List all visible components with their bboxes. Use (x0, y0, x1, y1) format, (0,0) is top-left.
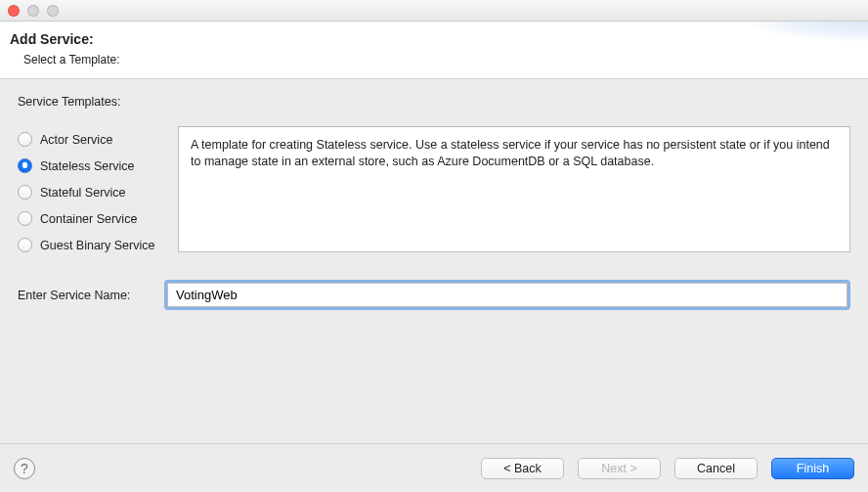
radio-icon (18, 132, 32, 147)
window-close-button[interactable] (8, 5, 20, 17)
template-option-actor-service[interactable]: Actor Service (18, 132, 164, 147)
radio-icon (18, 211, 32, 226)
help-icon[interactable]: ? (14, 458, 35, 479)
radio-icon (18, 238, 32, 252)
window-minimize-button (27, 5, 39, 17)
wizard-header: Add Service: Select a Template: (0, 22, 868, 79)
radio-label: Actor Service (40, 133, 112, 147)
template-option-container-service[interactable]: Container Service (18, 211, 164, 226)
footer-button-group: < Back Next > Cancel Finish (481, 458, 854, 479)
radio-label: Stateless Service (40, 159, 135, 173)
template-option-stateless-service[interactable]: Stateless Service (18, 158, 164, 173)
finish-button[interactable]: Finish (771, 458, 854, 479)
radio-icon (18, 185, 32, 200)
wizard-body: Service Templates: Actor Service Statele… (0, 79, 868, 326)
template-radio-list: Actor Service Stateless Service Stateful… (18, 126, 164, 252)
template-option-stateful-service[interactable]: Stateful Service (18, 185, 164, 200)
radio-label: Guest Binary Service (40, 239, 154, 252)
next-button: Next > (578, 458, 661, 479)
window-maximize-button (47, 5, 59, 17)
wizard-footer: ? < Back Next > Cancel Finish (0, 443, 868, 492)
radio-label: Container Service (40, 212, 137, 226)
cancel-button[interactable]: Cancel (674, 458, 758, 479)
templates-section-label: Service Templates: (18, 95, 850, 109)
templates-row: Actor Service Stateless Service Stateful… (18, 126, 850, 252)
service-name-label: Enter Service Name: (18, 289, 154, 302)
header-decoration (712, 22, 868, 74)
window-titlebar (0, 0, 868, 22)
radio-icon (18, 158, 32, 173)
service-name-focus-ring (164, 280, 850, 310)
template-option-guest-binary-service[interactable]: Guest Binary Service (18, 238, 164, 252)
service-name-input[interactable] (167, 283, 847, 307)
radio-label: Stateful Service (40, 186, 126, 200)
service-name-row: Enter Service Name: (18, 280, 850, 310)
template-description: A template for creating Stateless servic… (178, 126, 850, 252)
back-button[interactable]: < Back (481, 458, 564, 479)
